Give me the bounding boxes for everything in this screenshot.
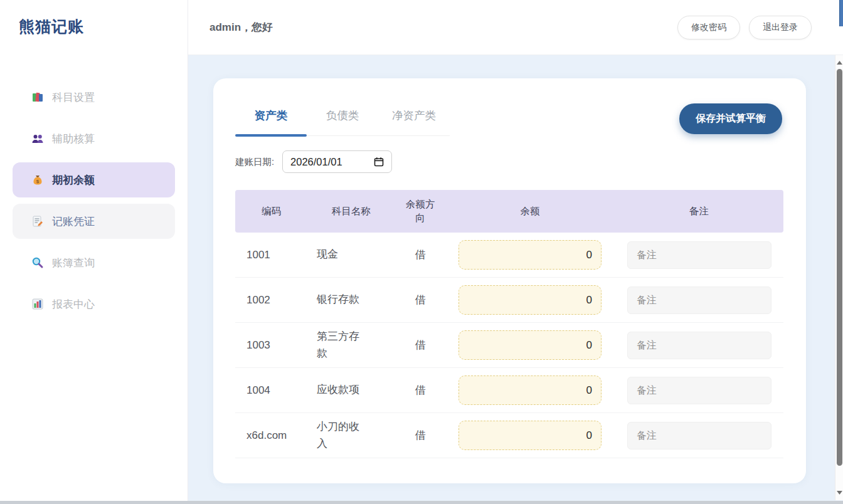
balance-input[interactable] — [459, 375, 602, 405]
table-row: 1003 第三方存款 借 — [235, 323, 783, 368]
date-row: 建账日期: 2026/01/01 — [235, 150, 783, 173]
sidebar-item-ledger-query[interactable]: 账簿查询 — [13, 245, 175, 280]
cell-subject-name: 银行存款 — [307, 291, 395, 308]
cell-remark — [615, 332, 783, 359]
user-greeting: admin，您好 — [209, 20, 273, 34]
sidebar-item-label: 报表中心 — [52, 297, 95, 312]
category-tabs: 资产类 负债类 净资产类 — [235, 107, 450, 136]
scrollbar-down-arrow[interactable] — [836, 489, 843, 496]
table-row: 1002 银行存款 借 — [235, 278, 783, 323]
cell-code: 1001 — [235, 249, 307, 261]
date-value: 2026/01/01 — [290, 156, 374, 168]
balance-input[interactable] — [459, 421, 602, 450]
balance-input[interactable] — [459, 240, 602, 270]
sidebar-item-vouchers[interactable]: 记账凭证 — [13, 204, 175, 239]
header-actions: 修改密码 退出登录 — [677, 16, 812, 39]
app-title: 熊猫记账 — [19, 16, 188, 37]
table-row: x6d.com 小刀的收入 借 — [235, 413, 783, 458]
save-trial-balance-button[interactable]: 保存并试算平衡 — [679, 103, 782, 134]
cell-remark — [615, 422, 783, 449]
opening-balance-card: 资产类 负债类 净资产类 保存并试算平衡 建账日期: 2026/01/01 编码… — [213, 78, 806, 483]
sidebar-item-label: 记账凭证 — [52, 214, 95, 229]
top-header: admin，您好 修改密码 退出登录 — [188, 0, 843, 55]
sidebar-item-label: 期初余额 — [52, 173, 95, 187]
date-label: 建账日期: — [235, 156, 274, 168]
remark-input[interactable] — [627, 422, 771, 449]
column-header-subject-name: 科目名称 — [307, 204, 395, 218]
sidebar-item-label: 科目设置 — [52, 90, 95, 105]
remark-input[interactable] — [627, 286, 771, 314]
column-header-code: 编码 — [235, 204, 307, 218]
cell-code: 1004 — [235, 384, 307, 397]
cell-subject-name: 应收款项 — [307, 382, 395, 398]
cell-balance-direction: 借 — [395, 383, 445, 397]
calendar-icon — [374, 157, 384, 167]
tab-liabilities[interactable]: 负债类 — [307, 107, 378, 135]
column-header-balance: 余额 — [445, 204, 615, 218]
cell-remark — [615, 286, 783, 314]
remark-input[interactable] — [627, 241, 771, 269]
people-icon — [31, 132, 44, 145]
sidebar-menu: 科目设置 辅助核算 $ 期初余额 记账凭证 账簿查询 — [0, 80, 188, 322]
column-header-balance-direction: 余额方向 — [395, 197, 445, 226]
cell-code: x6d.com — [235, 429, 307, 442]
horizontal-scrollbar-track[interactable] — [0, 501, 843, 504]
remark-input[interactable] — [627, 332, 771, 359]
logout-button[interactable]: 退出登录 — [749, 16, 812, 39]
moneybag-icon: $ — [31, 174, 44, 186]
date-input[interactable]: 2026/01/01 — [282, 150, 392, 173]
cell-balance — [445, 330, 615, 360]
cell-remark — [615, 377, 783, 404]
svg-text:$: $ — [36, 179, 40, 184]
tabs-row: 资产类 负债类 净资产类 保存并试算平衡 — [235, 107, 783, 136]
cell-balance-direction: 借 — [395, 293, 445, 307]
cell-balance — [445, 375, 615, 405]
cell-code: 1003 — [235, 339, 307, 352]
sidebar-item-label: 账簿查询 — [52, 256, 95, 270]
table-body: 1001 现金 借 1002 银行存款 借 1003 第三方存款 借 1004 — [235, 233, 783, 458]
sidebar-item-subject-settings[interactable]: 科目设置 — [13, 80, 175, 115]
vertical-scrollbar[interactable] — [835, 55, 843, 500]
cell-balance-direction: 借 — [395, 248, 445, 262]
browser-edge-strip — [839, 0, 843, 26]
sidebar-item-auxiliary-accounting[interactable]: 辅助核算 — [13, 121, 175, 156]
sidebar-item-label: 辅助核算 — [52, 132, 95, 146]
table-header-row: 编码 科目名称 余额方向 余额 备注 — [235, 190, 783, 233]
scrollbar-thumb[interactable] — [837, 69, 842, 466]
cell-subject-name: 小刀的收入 — [307, 419, 395, 452]
balance-input[interactable] — [459, 285, 602, 315]
tab-net-assets[interactable]: 净资产类 — [378, 107, 450, 135]
chart-icon — [31, 298, 44, 310]
cell-balance — [445, 421, 615, 450]
cell-balance — [445, 285, 615, 315]
table-row: 1001 现金 借 — [235, 233, 783, 278]
main-content-area: 资产类 负债类 净资产类 保存并试算平衡 建账日期: 2026/01/01 编码… — [188, 55, 843, 504]
books-icon — [31, 91, 44, 103]
remark-input[interactable] — [627, 377, 771, 404]
sidebar: 熊猫记账 科目设置 辅助核算 $ 期初余额 记账凭证 — [0, 0, 188, 504]
cell-subject-name: 现金 — [307, 246, 395, 263]
cell-balance — [445, 240, 615, 270]
balance-input[interactable] — [459, 330, 602, 360]
table-row: 1004 应收款项 借 — [235, 368, 783, 413]
cell-code: 1002 — [235, 294, 307, 307]
tab-assets[interactable]: 资产类 — [235, 107, 307, 135]
column-header-remark: 备注 — [615, 204, 783, 218]
cell-subject-name: 第三方存款 — [307, 328, 395, 362]
cell-remark — [615, 241, 783, 269]
sidebar-item-report-center[interactable]: 报表中心 — [13, 286, 175, 322]
scrollbar-up-arrow[interactable] — [836, 60, 843, 66]
sidebar-item-opening-balance[interactable]: $ 期初余额 — [13, 162, 175, 197]
opening-balance-table: 编码 科目名称 余额方向 余额 备注 1001 现金 借 1002 银行存款 借 — [235, 190, 783, 458]
memo-icon — [31, 215, 44, 228]
search-icon — [31, 256, 44, 269]
cell-balance-direction: 借 — [395, 428, 445, 443]
cell-balance-direction: 借 — [395, 338, 445, 352]
change-password-button[interactable]: 修改密码 — [677, 16, 740, 39]
